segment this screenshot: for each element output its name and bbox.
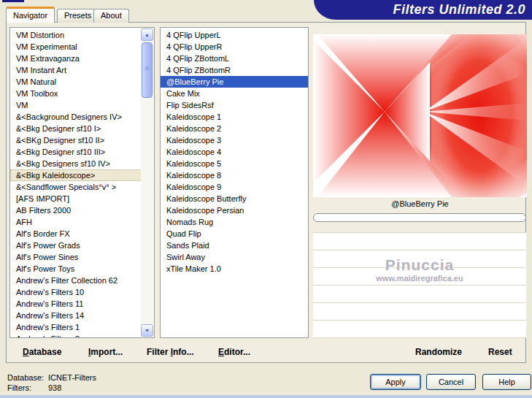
database-status-label: Database: [7, 373, 44, 382]
list-item[interactable]: Kaleidoscope 3 [161, 134, 308, 146]
list-item[interactable]: Kaleidoscope 9 [161, 181, 308, 193]
list-item[interactable]: [AFS IMPORT] [10, 193, 142, 204]
list-item[interactable]: VM Experimental [10, 41, 142, 53]
scrollbar-thumb[interactable] [142, 42, 153, 98]
list-item[interactable]: Alf's Power Grads [10, 240, 142, 251]
filter-list[interactable]: 4 QFlip UpperL4 QFlip UpperR4 QFlip ZBot… [160, 27, 309, 338]
list-item[interactable]: Andrew's Filters 14 [10, 310, 142, 321]
list-item[interactable]: Alf's Border FX [10, 228, 142, 240]
list-item[interactable]: Cake Mix [161, 88, 308, 99]
list-item[interactable]: Andrew's Filters 1 [10, 321, 142, 333]
filters-status-value: 938 [48, 383, 61, 392]
preview-panel: @BlueBerry Pie Pinuccia www.maidiregrafi… [313, 23, 527, 344]
list-item[interactable]: &<Bkg Designer sf10 III> [10, 146, 142, 158]
import-button[interactable]: Import... [88, 347, 123, 357]
parameter-slider[interactable] [313, 213, 526, 222]
list-item[interactable]: Andrew's Filters 3 [10, 333, 142, 338]
window-frame-sliver [2, 0, 24, 2]
list-item[interactable]: Andrew's Filters 11 [10, 298, 142, 310]
filter-info-button[interactable]: Filter Info... [147, 347, 194, 357]
list-item[interactable]: Kaleidoscope 4 [161, 146, 308, 158]
selected-filter-caption: @BlueBerry Pie [313, 199, 527, 208]
parameter-area: Pinuccia www.maidiregrafica.eu [313, 232, 526, 338]
list-item[interactable]: &<Bkg Designer sf10 I> [10, 123, 142, 134]
list-item[interactable]: AB Filters 2000 [10, 204, 142, 216]
preview-image [313, 34, 527, 197]
list-item[interactable]: VM Natural [10, 76, 142, 88]
database-button[interactable]: Database [23, 347, 61, 357]
list-item[interactable]: 4 QFlip ZBottomL [161, 53, 308, 64]
list-item[interactable]: AFH [10, 216, 142, 228]
kaleidoscope-preview-art [313, 34, 527, 197]
list-item[interactable]: VM Instant Art [10, 64, 142, 76]
list-item[interactable]: &<Bkg Designers sf10 IV> [10, 158, 142, 169]
help-button[interactable]: Help [482, 374, 531, 390]
apply-button[interactable]: Apply [370, 374, 421, 390]
list-item[interactable]: VM [10, 99, 142, 111]
list-item[interactable]: Andrew's Filters 10 [10, 286, 142, 298]
list-item[interactable]: VM Extravaganza [10, 53, 142, 64]
list-item[interactable]: Kaleidoscope 2 [161, 123, 308, 134]
tab-about[interactable]: About [93, 9, 129, 23]
tab-presets[interactable]: Presets [57, 9, 99, 23]
list-item[interactable]: 4 QFlip UpperR [161, 41, 308, 53]
list-item[interactable]: Kaleidoscope Persian [161, 204, 308, 216]
editor-button[interactable]: Editor... [218, 347, 250, 357]
list-item[interactable]: xTile Maker 1.0 [161, 263, 308, 275]
list-item[interactable]: Alf's Power Toys [10, 263, 142, 275]
scroll-down-icon[interactable]: ▼ [141, 324, 153, 337]
app-title: Filters Unlimited 2.0 [393, 2, 525, 18]
watermark-url: www.maidiregrafica.eu [313, 274, 526, 283]
list-item[interactable]: Andrew's Filter Collection 62 [10, 275, 142, 286]
list-item[interactable]: Kaleidoscope 8 [161, 169, 308, 181]
list-item[interactable]: Swirl Away [161, 251, 308, 263]
list-item[interactable]: Nomads Rug [161, 216, 308, 228]
filters-unlimited-window: Filters Unlimited 2.0 Navigator Presets … [0, 0, 532, 398]
list-item[interactable]: &<Background Designers IV> [10, 111, 142, 123]
reset-button[interactable]: Reset [488, 347, 512, 357]
list-item[interactable]: Alf's Power Sines [10, 251, 142, 263]
list-item[interactable]: Sands Plaid [161, 240, 308, 251]
randomize-button[interactable]: Randomize [415, 347, 462, 357]
list-item[interactable]: &<BKg Designer sf10 II> [10, 134, 142, 146]
list-item[interactable]: &<Bkg Kaleidoscope> [10, 169, 142, 181]
navigator-scrollbar[interactable]: ▲ ▼ [141, 28, 153, 337]
window-edge [0, 395, 532, 398]
scroll-up-icon[interactable]: ▲ [141, 28, 153, 41]
list-item[interactable]: Quad Flip [161, 228, 308, 240]
tab-navigator[interactable]: Navigator [6, 7, 55, 23]
list-item[interactable]: @BlueBerry Pie [161, 76, 308, 88]
list-item[interactable]: 4 QFlip UpperL [161, 29, 308, 41]
list-item[interactable]: 4 QFlip ZBottomR [161, 64, 308, 76]
list-item[interactable]: Kaleidoscope 1 [161, 111, 308, 123]
filters-status-label: Filters: [7, 383, 31, 392]
watermark: Pinuccia www.maidiregrafica.eu [313, 256, 526, 283]
title-banner: Filters Unlimited 2.0 [314, 0, 532, 20]
list-item[interactable]: VM Toolbox [10, 88, 142, 99]
database-status-value: ICNET-Filters [48, 373, 96, 382]
watermark-name: Pinuccia [313, 256, 526, 274]
list-item[interactable]: Kaleidoscope 5 [161, 158, 308, 169]
list-item[interactable]: Kaleidoscope Butterfly [161, 193, 308, 204]
list-item[interactable]: &<Sandflower Specials°v° > [10, 181, 142, 193]
navigator-list[interactable]: VM DistortionVM ExperimentalVM Extravaga… [9, 27, 155, 338]
cancel-button[interactable]: Cancel [426, 374, 476, 390]
list-item[interactable]: Flip SidesRsf [161, 99, 308, 111]
navigator-tab-page: VM DistortionVM ExperimentalVM Extravaga… [6, 22, 526, 363]
list-item[interactable]: VM Distortion [10, 29, 142, 41]
